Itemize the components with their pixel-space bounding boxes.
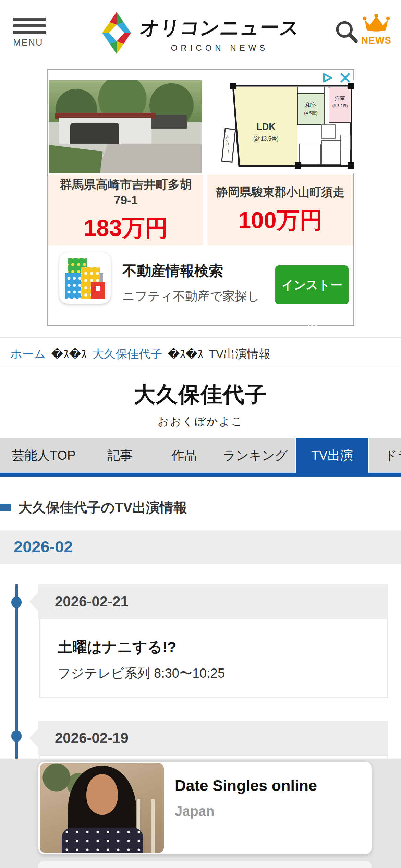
dating-ad-title: Date Singles online <box>175 777 317 795</box>
breadcrumb-separator: �ｽ�ｽ <box>51 347 87 361</box>
breadcrumb-current: TV出演情報 <box>209 346 270 362</box>
program-channel-time: フジテレビ系列 8:30〜10:25 <box>58 665 225 682</box>
menu-label: MENU <box>13 37 47 48</box>
page-title: 大久保佳代子 <box>0 380 401 409</box>
breadcrumb-home-link[interactable]: ホーム <box>10 346 46 362</box>
ad-property-photo[interactable] <box>49 80 202 173</box>
profile-tabbar: 芸能人TOP 記事 作品 ランキング TV出演 ドラマ <box>0 438 401 473</box>
header: MENU オリコンニュース ORICON NEWS <box>0 0 401 66</box>
logo-title: オリコンニュース <box>138 15 301 41</box>
month-label: 2026-02 <box>14 530 73 564</box>
tab-tv-shutsuen[interactable]: TV出演 <box>295 438 369 473</box>
ad-property-right[interactable]: 静岡県駿東郡小山町須走 100万円 <box>207 175 353 245</box>
news-ranking-button[interactable]: NEWS <box>359 14 393 46</box>
breadcrumb-separator: �ｽ�ｽ <box>168 347 203 361</box>
timeline-date-box: 2026-02-19 <box>38 721 388 755</box>
crown-icon <box>362 29 391 35</box>
floorplan-washitsu-size: (4.5畳) <box>304 110 318 116</box>
breadcrumb-person-link[interactable]: 大久保佳代子 <box>92 346 162 362</box>
oricon-diamond-icon <box>101 12 132 56</box>
timeline-dot <box>11 730 22 742</box>
oricon-news-page: MENU オリコンニュース ORICON NEWS <box>0 0 401 868</box>
news-label: NEWS <box>359 35 393 46</box>
tv-program-card[interactable]: 土曜はナニする!? フジテレビ系列 8:30〜10:25 <box>39 619 388 698</box>
program-title: 土曜はナニする!? <box>58 637 177 657</box>
logo-subtitle: ORICON NEWS <box>171 43 269 53</box>
app-icon <box>59 252 111 304</box>
ad-floorplan-image[interactable]: LDK (約13.5畳) 和室 (4.5畳) 洋室 (約5.2畳) バルコニー <box>218 80 354 173</box>
adchoices-icon[interactable] <box>321 72 334 85</box>
oricon-logo[interactable]: オリコンニュース ORICON NEWS <box>101 12 299 56</box>
tab-drama[interactable]: ドラマ <box>369 438 401 473</box>
dating-ad-location: Japan <box>175 804 215 819</box>
tab-sakuhin[interactable]: 作品 <box>153 438 216 473</box>
timeline-date: 2026-02-19 <box>55 721 129 755</box>
floorplan-ldk-label: LDK <box>256 122 276 132</box>
dating-ad-card[interactable]: Date Singles online Japan <box>38 762 372 854</box>
divider <box>0 337 401 338</box>
ad-close-icon[interactable] <box>340 72 351 85</box>
ad-price-right: 100万円 <box>238 205 323 236</box>
search-icon <box>334 39 359 45</box>
floorplan-youshitsu-size: (約5.2畳) <box>332 104 348 108</box>
tab-ranking[interactable]: ランキング <box>216 438 295 473</box>
breadcrumb: ホーム �ｽ�ｽ 大久保佳代子 �ｽ�ｽ TV出演情報 <box>10 343 394 365</box>
month-band: 2026-02 <box>0 530 401 564</box>
dating-ad-photo[interactable] <box>40 763 164 853</box>
tab-kiji[interactable]: 記事 <box>87 438 153 473</box>
hamburger-icon <box>13 18 47 34</box>
ad-address-right: 静岡県駿東郡小山町須走 <box>216 184 344 200</box>
divider <box>0 367 401 367</box>
timeline-dot <box>11 596 22 608</box>
ad-banner[interactable]: LDK (約13.5畳) 和室 (4.5畳) 洋室 (約5.2畳) バルコニー … <box>47 69 354 326</box>
ad-app-title: 不動産情報検索 <box>122 261 260 280</box>
section-heading: 大久保佳代子のTV出演情報 <box>0 497 401 518</box>
ad-app-subtitle: ニフティ不動産で家探し <box>122 288 260 305</box>
floorplan-washitsu-label: 和室 <box>305 102 317 108</box>
heading-marker <box>0 504 11 511</box>
ad-price-left: 183万円 <box>84 213 168 244</box>
floorplan-ldk-size: (約13.5畳) <box>253 136 279 142</box>
section-heading-text: 大久保佳代子のTV出演情報 <box>19 498 187 517</box>
ad-property-left[interactable]: 群馬県高崎市吉井町多胡 79-1 183万円 <box>48 175 203 245</box>
tabbar-underline <box>0 473 401 477</box>
timeline-date-box: 2026-02-21 <box>38 584 388 619</box>
page-title-kana: おおくぼかよこ <box>0 414 401 429</box>
install-button[interactable]: インストール <box>275 265 349 304</box>
ad-address-left: 群馬県高崎市吉井町多胡 79-1 <box>60 177 192 208</box>
tab-geinojin-top[interactable]: 芸能人TOP <box>0 438 87 473</box>
search-button[interactable] <box>334 19 359 45</box>
floorplan-youshitsu-label: 洋室 <box>335 95 345 101</box>
menu-button[interactable]: MENU <box>13 18 47 48</box>
timeline-date: 2026-02-21 <box>55 584 129 619</box>
next-card-peek <box>38 861 372 868</box>
